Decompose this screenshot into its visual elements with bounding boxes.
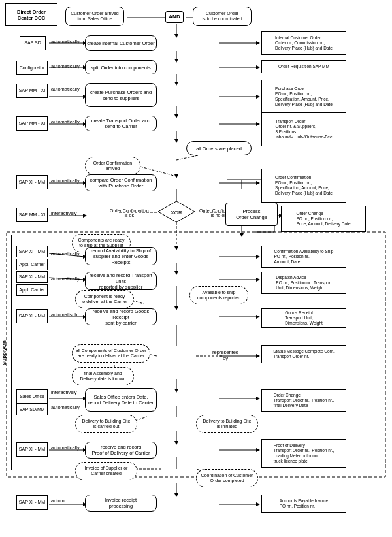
condition-c12: Invoice of Supplier orCarrier created — [75, 462, 137, 480]
process-p12: receive and recordProof of Delivery of C… — [85, 442, 157, 459]
and-gate: AND — [165, 11, 184, 23]
mode-auto-1: automatically — [51, 39, 80, 44]
role-sap-sd-mm: SAP SD/MM — [16, 404, 48, 415]
supply-on-label: SupplyOn — [1, 314, 7, 392]
svg-marker-50 — [256, 41, 260, 45]
svg-marker-11 — [174, 139, 178, 143]
mode-interactive-2: interactively — [51, 389, 77, 395]
output-o13: Accounts Payable InvoicePO nr., Position… — [261, 495, 346, 513]
svg-marker-32 — [174, 306, 178, 310]
svg-marker-86 — [83, 214, 87, 218]
process-p1: create internal Customer Order — [85, 35, 157, 51]
mode-auto-4: automatically — [51, 119, 80, 125]
role-sap-xi-mm-3: SAP XI - MM — [16, 271, 48, 283]
process-p13: Invoice receiptprocessing — [85, 495, 157, 512]
role-sap-mm-xi-2: SAP MM - XI — [16, 116, 48, 131]
svg-marker-74 — [256, 502, 260, 506]
svg-marker-58 — [256, 181, 260, 185]
condition-c11: Delivery to Building Siteis initiated — [196, 415, 258, 433]
svg-marker-68 — [256, 354, 260, 358]
svg-marker-38 — [174, 389, 178, 393]
condition-c13: Coordination of CustomerOrder completed — [196, 469, 258, 487]
represented-by: representedby — [212, 350, 238, 361]
process-p3: create Purchase Orders andsend to suppli… — [85, 83, 157, 107]
mode-auto-9: automatically — [51, 404, 80, 410]
doc-label: Direct OrderCenter DOC — [5, 3, 57, 26]
svg-marker-72 — [256, 448, 260, 452]
role-configurator: Configurator — [16, 61, 48, 75]
condition-c7: all Components of Customer Orderare read… — [72, 344, 150, 363]
svg-marker-25 — [174, 246, 178, 250]
output-o5: Order ConfirmationPO nr., Position nr.,S… — [261, 169, 346, 203]
mode-auto-5: automatically — [51, 178, 80, 184]
process-p6: compare Order Confirmationwith Purchase … — [85, 174, 157, 191]
svg-marker-64 — [256, 278, 260, 282]
svg-marker-62 — [256, 255, 260, 259]
svg-marker-14 — [174, 174, 178, 178]
condition-c10: Delivery to Building Siteis carried out — [75, 415, 137, 433]
mode-interactive-1: interactively — [51, 210, 77, 216]
output-o1: Internal Customer OrderOrder nr., Commis… — [261, 31, 346, 55]
output-o3: Purchase OrderPO nr., Position nr.,Speci… — [261, 80, 346, 114]
role-sap-mm-xi-1: SAP MM - XI — [16, 84, 48, 98]
output-o8: Dispatch AdvicePO nr., Position nr., Tra… — [261, 272, 346, 294]
process-p5: all Orders are placed — [186, 141, 252, 155]
role-sap-xi-mm-4: SAP XI - MM — [16, 309, 48, 323]
role-appl-carrier-1: Appl. Carrier — [16, 259, 48, 270]
svg-marker-48 — [174, 493, 178, 497]
output-o10: Status Message Complete Com.Transport Or… — [261, 345, 346, 363]
mode-auto-8: automatisch — [51, 312, 77, 317]
process-p2: split Order into components — [85, 60, 157, 74]
svg-marker-19 — [240, 233, 244, 237]
svg-marker-56 — [256, 122, 260, 126]
role-sap-mm-xi-3: SAP MM - XI — [16, 208, 48, 222]
mode-auto-3: automatically — [51, 86, 80, 92]
output-o7: Confirmation Availability to ShipPO nr.,… — [261, 246, 346, 268]
svg-marker-54 — [256, 95, 260, 99]
mode-auto-6: automatically — [51, 251, 80, 257]
role-sap-xi-mm-6: SAP XI - MM — [16, 495, 48, 510]
svg-marker-43 — [174, 441, 178, 445]
mode-auto-10: automatically — [51, 445, 80, 451]
process-p10: receive and record Goods Receiptsent by … — [85, 308, 157, 325]
process-p8: record Availability to Ship ofsupplier a… — [85, 247, 157, 265]
condition-ok: Order Confirmationis ok — [110, 208, 149, 218]
process-p9: receive and record Transport unitsreport… — [85, 272, 157, 290]
output-o4: Transport OrderOrder nr. & Suppliers,3 P… — [261, 112, 346, 146]
output-o9: Goods ReceiptTransport Unit,Dimensions, … — [261, 308, 346, 328]
mode-auto-7: automatically — [51, 276, 80, 282]
condition-c6: Available to shipcomponents reported — [189, 286, 248, 304]
mode-auto-2: automatically — [51, 63, 80, 69]
svg-marker-7 — [174, 82, 178, 86]
output-o12: Proof of DeliveryTransport Order nr., Po… — [261, 439, 346, 468]
svg-marker-3 — [174, 34, 178, 38]
process-diagram: Direct OrderCenter DOC Customer Order ar… — [0, 0, 392, 537]
svg-marker-9 — [174, 114, 178, 118]
svg-text:XOR: XOR — [171, 210, 182, 216]
condition-c9: final Assembly andDelivery date is known — [72, 367, 134, 385]
start-event-1: Customer Order arrivedfrom Sales Office — [65, 7, 124, 26]
output-o2: Order Requisition SAP MM — [261, 60, 346, 73]
role-sap-xi-mm-2: SAP XI - MM — [16, 246, 48, 257]
xor-gate: XOR — [157, 200, 196, 223]
svg-marker-70 — [256, 397, 260, 400]
process-p7: ProcessOrder Change — [225, 203, 278, 226]
svg-marker-66 — [256, 315, 260, 319]
condition-c5: Component is readyto deliver at the Carr… — [75, 290, 134, 308]
svg-marker-27 — [174, 271, 178, 275]
role-sap-xi-mm-1: SAP XI - MM — [16, 175, 48, 189]
svg-marker-52 — [256, 65, 260, 69]
svg-marker-5 — [174, 59, 178, 63]
output-o11: Order ChangeTransport Order nr., Positio… — [261, 389, 346, 412]
process-p11: Sales Office enters Date,report Delivery… — [85, 388, 157, 412]
condition-c1: Order Confirmationarrived — [85, 157, 140, 175]
role-sap-xi-mm-5: SAP XI - MM — [16, 442, 48, 457]
role-appl-carrier-2: Appl. Carrier — [16, 284, 48, 296]
role-sap-sd: SAP SD — [20, 36, 46, 50]
output-o6: Order ChangePO nr., Position nr.,Price, … — [281, 206, 366, 232]
start-event-2: Customer Orderis to be coordinated — [193, 7, 252, 26]
role-sales-office: Sales Office — [16, 389, 48, 404]
mode-auto-11: autom. — [51, 498, 66, 504]
process-p4: create Transport Order andsend to Carrie… — [85, 116, 157, 131]
